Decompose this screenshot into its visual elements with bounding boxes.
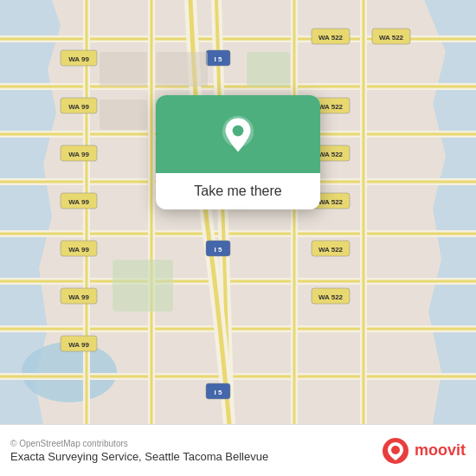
popup-header xyxy=(156,95,320,173)
svg-rect-67 xyxy=(156,52,208,87)
svg-rect-68 xyxy=(100,100,147,130)
svg-text:WA 522: WA 522 xyxy=(318,34,344,42)
location-pin-icon xyxy=(216,114,260,158)
location-name: Exacta Surveying Service, Seattle Tacoma… xyxy=(10,450,268,463)
footer-text-group: © OpenStreetMap contributors Exacta Surv… xyxy=(10,439,268,463)
svg-text:WA 522: WA 522 xyxy=(318,103,344,111)
svg-rect-66 xyxy=(100,52,147,87)
svg-text:WA 522: WA 522 xyxy=(318,293,344,301)
copyright-text: © OpenStreetMap contributors xyxy=(10,439,268,448)
moovit-logo: moovit xyxy=(382,437,466,465)
moovit-brand-text: moovit xyxy=(415,441,466,460)
svg-text:WA 99: WA 99 xyxy=(68,293,89,301)
svg-text:I 5: I 5 xyxy=(215,55,222,63)
map-container: WA 99 WA 99 WA 99 WA 99 WA 99 WA 99 WA 9… xyxy=(0,0,476,424)
svg-text:WA 99: WA 99 xyxy=(68,341,89,349)
svg-text:I 5: I 5 xyxy=(215,246,222,254)
take-me-there-card[interactable]: Take me there xyxy=(156,95,320,209)
svg-text:WA 99: WA 99 xyxy=(68,151,89,158)
svg-text:I 5: I 5 xyxy=(215,389,222,396)
footer: © OpenStreetMap contributors Exacta Surv… xyxy=(0,424,476,476)
svg-point-72 xyxy=(233,125,244,137)
svg-text:WA 522: WA 522 xyxy=(379,34,404,42)
svg-rect-65 xyxy=(247,52,290,87)
svg-text:WA 522: WA 522 xyxy=(318,151,344,158)
moovit-brand-icon xyxy=(382,437,409,465)
take-me-there-label: Take me there xyxy=(180,173,295,209)
svg-rect-64 xyxy=(113,260,173,312)
svg-text:WA 522: WA 522 xyxy=(318,246,344,254)
svg-point-74 xyxy=(391,446,400,454)
svg-text:WA 522: WA 522 xyxy=(318,198,344,206)
svg-text:WA 99: WA 99 xyxy=(68,198,89,206)
svg-text:WA 99: WA 99 xyxy=(68,55,89,63)
svg-text:WA 99: WA 99 xyxy=(68,246,89,254)
svg-text:WA 99: WA 99 xyxy=(68,103,89,111)
